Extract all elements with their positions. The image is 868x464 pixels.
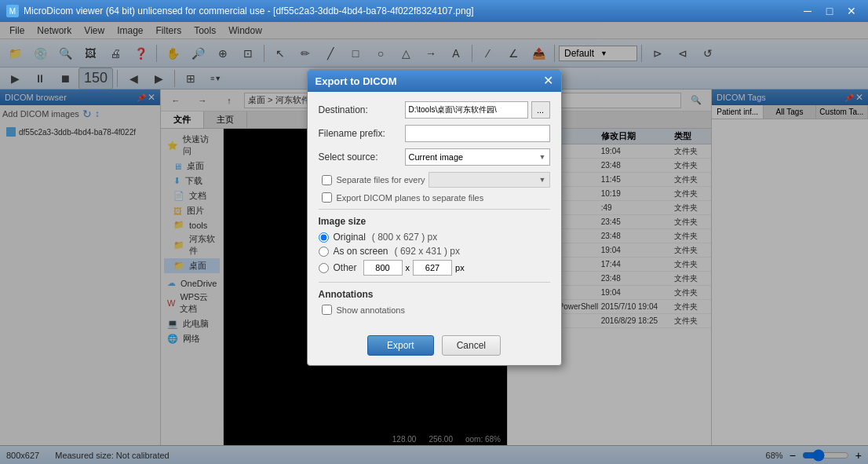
filename-row: Filename prefix: xyxy=(319,125,550,142)
dialog-titlebar: Export to DICOM ✕ xyxy=(308,70,561,92)
size-px: px xyxy=(455,263,465,272)
radio-screen-size: ( 692 x 431 ) px xyxy=(395,246,460,257)
image-size-title: Image size xyxy=(319,216,550,227)
dialog-body: Destination: ... Filename prefix: Select… xyxy=(308,92,561,329)
radio-screen[interactable] xyxy=(319,247,329,257)
export-button[interactable]: Export xyxy=(367,335,434,356)
other-width-input[interactable] xyxy=(363,260,403,276)
radio-original-size: ( 800 x 627 ) px xyxy=(372,232,437,243)
window-title: MicroDicom viewer (64 bit) unlicensed fo… xyxy=(24,5,797,16)
app-icon: M xyxy=(6,5,19,17)
window-controls: ─ □ ✕ xyxy=(797,3,862,19)
filename-input[interactable] xyxy=(405,125,550,142)
close-button[interactable]: ✕ xyxy=(841,3,862,19)
export-planes-label: Export DICOM planes to separate files xyxy=(337,193,484,203)
size-x: x xyxy=(406,263,410,272)
source-select[interactable]: Current image ▼ xyxy=(405,148,550,166)
export-planes-checkbox[interactable] xyxy=(322,192,332,203)
maximize-button[interactable]: □ xyxy=(819,3,840,19)
cancel-button[interactable]: Cancel xyxy=(442,335,501,356)
title-bar: M MicroDicom viewer (64 bit) unlicensed … xyxy=(0,0,868,22)
radio-original-row: Original ( 800 x 627 ) px xyxy=(319,232,550,243)
destination-label: Destination: xyxy=(319,104,405,115)
filename-control xyxy=(405,125,550,142)
show-annotations-row: Show annotations xyxy=(319,305,550,315)
separate-dropdown: ▼ xyxy=(429,172,550,188)
sep-1 xyxy=(319,209,550,210)
radio-screen-row: As on screen ( 692 x 431 ) px xyxy=(319,246,550,257)
filename-label: Filename prefix: xyxy=(319,128,405,139)
source-arrow: ▼ xyxy=(539,153,546,161)
radio-other-label: Other xyxy=(334,262,357,273)
dialog-footer: Export Cancel xyxy=(308,329,561,365)
sep-2 xyxy=(319,282,550,283)
radio-original-label: Original xyxy=(334,232,366,243)
destination-row: Destination: ... xyxy=(319,101,550,119)
browse-button[interactable]: ... xyxy=(531,101,550,119)
destination-control: ... xyxy=(405,101,550,119)
radio-other-row: Other x px xyxy=(319,260,550,276)
separate-checkbox[interactable] xyxy=(322,175,332,185)
separate-dropdown-arrow: ▼ xyxy=(539,176,546,184)
dialog-overlay: Export to DICOM ✕ Destination: ... Filen… xyxy=(0,22,868,464)
export-dialog: Export to DICOM ✕ Destination: ... Filen… xyxy=(307,69,562,366)
radio-other[interactable] xyxy=(319,263,329,273)
minimize-button[interactable]: ─ xyxy=(797,3,818,19)
dialog-close-btn[interactable]: ✕ xyxy=(543,75,553,87)
export-planes-row: Export DICOM planes to separate files xyxy=(319,192,550,203)
other-height-input[interactable] xyxy=(413,260,452,276)
annotations-title: Annotations xyxy=(319,289,550,300)
dialog-title: Export to DICOM xyxy=(315,75,397,87)
source-value: Current image xyxy=(409,152,464,162)
source-row: Select source: Current image ▼ xyxy=(319,148,550,166)
destination-input[interactable] xyxy=(405,101,528,119)
other-size-row: x px xyxy=(357,260,465,276)
radio-screen-label: As on screen xyxy=(334,246,388,257)
separate-row: Separate files for every ▼ xyxy=(319,172,550,188)
source-label: Select source: xyxy=(319,152,405,163)
radio-original[interactable] xyxy=(319,232,329,243)
separate-label: Separate files for every xyxy=(337,175,425,185)
show-annotations-label: Show annotations xyxy=(337,305,405,315)
show-annotations-checkbox[interactable] xyxy=(322,305,332,315)
